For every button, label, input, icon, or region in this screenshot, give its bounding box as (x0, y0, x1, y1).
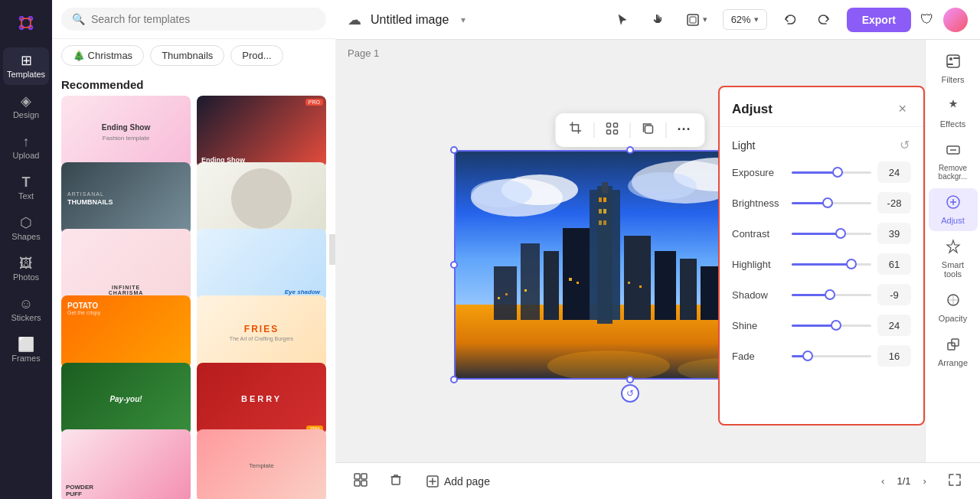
expand-icon (948, 473, 962, 487)
next-page-button[interactable]: › (917, 472, 933, 490)
undo-button[interactable] (776, 8, 802, 31)
svg-rect-46 (639, 285, 642, 288)
copy-button[interactable] (635, 118, 661, 142)
svg-rect-41 (505, 293, 508, 295)
trash-icon (389, 473, 403, 487)
sidebar-item-templates-label: Templates (7, 70, 45, 79)
tag-product[interactable]: Prod... (230, 45, 283, 66)
shadow-thumb[interactable] (825, 289, 835, 300)
light-label: Light (732, 139, 755, 152)
bottom-bar: Add page ‹ 1/1 › (335, 462, 980, 499)
sidebar-item-upload[interactable]: ↑ Upload (3, 129, 49, 166)
shine-slider[interactable] (792, 318, 871, 333)
sidebar-item-shapes[interactable]: ⬡ Shapes (3, 210, 49, 247)
handle-bottom-middle[interactable] (626, 376, 634, 383)
smart-tools-button[interactable]: Smart tools (929, 233, 978, 285)
logo-button[interactable] (11, 8, 41, 38)
pan-tool-button[interactable] (645, 8, 671, 31)
right-panel: Filters Effects Remove backgr... Adjust (925, 40, 980, 462)
arrange-button[interactable]: Arrange (929, 331, 978, 373)
sidebar-item-frames[interactable]: ⬜ Frames (3, 331, 49, 369)
crop-button[interactable] (563, 118, 589, 142)
handle-top-middle[interactable] (626, 146, 634, 154)
sidebar-item-text[interactable]: T Text (3, 169, 49, 207)
shadow-slider[interactable] (792, 287, 871, 302)
shine-thumb[interactable] (831, 320, 841, 331)
highlight-slider[interactable] (792, 256, 871, 272)
sidebar-item-photos[interactable]: 🖼 Photos (3, 250, 49, 288)
add-page-button[interactable]: Add page (418, 471, 498, 492)
svg-point-50 (949, 57, 952, 60)
remove-bg-button[interactable]: Remove backgr... (929, 136, 978, 187)
sidebar-item-design[interactable]: ◈ Design (3, 88, 49, 126)
grid-icon (605, 122, 619, 135)
highlight-row: Highlight 61 (720, 249, 923, 279)
exposure-slider[interactable] (792, 165, 871, 180)
shapes-icon: ⬡ (20, 216, 32, 230)
adjust-header: Adjust × (720, 87, 923, 127)
collapse-handle[interactable]: ‹ (329, 234, 335, 265)
exposure-thumb[interactable] (832, 167, 843, 178)
template-item-11[interactable]: POWDER PUFF (61, 429, 191, 499)
sidebar-item-templates[interactable]: ⊞ Templates (3, 47, 49, 85)
handle-middle-left[interactable] (450, 261, 458, 269)
filters-button[interactable]: Filters (929, 47, 978, 90)
fade-thumb[interactable] (802, 351, 813, 361)
template-item-12[interactable]: Template (197, 429, 326, 499)
redo-button[interactable] (812, 8, 838, 31)
template-item-8[interactable]: Fries The Art of Crafting Burgers (197, 295, 326, 368)
svg-rect-9 (613, 130, 617, 134)
select-tool-button[interactable] (609, 8, 635, 31)
project-title[interactable]: Untitled image (371, 13, 449, 27)
fade-slider[interactable] (792, 348, 871, 364)
template-item-5[interactable]: INFINITE CHARISMA (61, 229, 191, 302)
sidebar-item-text-label: Text (18, 191, 34, 201)
grid-button[interactable] (599, 118, 625, 142)
opacity-icon (946, 292, 961, 311)
template-item-4[interactable] (197, 162, 326, 235)
template-item-6[interactable]: Eye shadow (197, 229, 326, 302)
close-adjust-button[interactable]: × (893, 99, 911, 119)
sidebar-item-design-label: Design (13, 110, 39, 119)
hand-icon (651, 13, 665, 27)
shadow-value: -9 (877, 284, 911, 305)
sidebar-item-stickers[interactable]: ☺ Stickers (3, 291, 49, 328)
brightness-thumb[interactable] (822, 197, 833, 208)
template-item-9[interactable]: Pay-you! (61, 363, 191, 435)
contrast-slider[interactable] (792, 226, 871, 241)
template-item-7[interactable]: POTATO Get the crispy (61, 295, 191, 368)
rotate-handle[interactable]: ↺ (621, 384, 639, 403)
zoom-control[interactable]: 62% ▾ (723, 9, 767, 30)
undo-icon (782, 13, 796, 27)
frame-button[interactable]: ▾ (680, 8, 714, 31)
more-options-button[interactable]: ··· (671, 118, 697, 142)
page-label: Page 1 (335, 40, 925, 67)
tag-christmas[interactable]: 🎄 Christmas (61, 45, 144, 66)
export-button[interactable]: Export (847, 8, 911, 32)
svg-rect-64 (361, 481, 367, 486)
grid-view-button[interactable] (348, 469, 374, 494)
template-item-1[interactable]: Ending Show Fashion template (61, 96, 191, 168)
effects-button[interactable]: Effects (929, 92, 978, 135)
adjust-button[interactable]: Adjust (929, 188, 978, 231)
toolbar-divider-3 (665, 122, 666, 138)
tag-thumbnails[interactable]: Thumbnails (150, 45, 224, 66)
user-avatar[interactable] (943, 8, 968, 32)
image-toolbar: ··· (555, 113, 704, 147)
delete-button[interactable] (383, 469, 409, 494)
handle-bottom-left[interactable] (450, 376, 458, 383)
template-item-10[interactable]: BERRY 25% (197, 363, 326, 435)
handle-top-left[interactable] (450, 146, 458, 154)
search-input[interactable] (91, 13, 315, 25)
opacity-button[interactable]: Opacity (929, 286, 978, 329)
add-page-label: Add page (444, 475, 490, 488)
contrast-thumb[interactable] (835, 228, 846, 239)
brightness-slider[interactable] (792, 195, 871, 210)
template-item-2[interactable]: Ending Show PRO (197, 96, 326, 168)
template-item-3[interactable]: ARTISANAL THUMBNAILS (61, 162, 191, 235)
reset-light-button[interactable]: ↺ (898, 136, 911, 154)
stickers-icon: ☺ (19, 297, 33, 311)
highlight-thumb[interactable] (846, 259, 857, 269)
prev-page-button[interactable]: ‹ (875, 472, 890, 490)
expand-button[interactable] (942, 469, 968, 494)
